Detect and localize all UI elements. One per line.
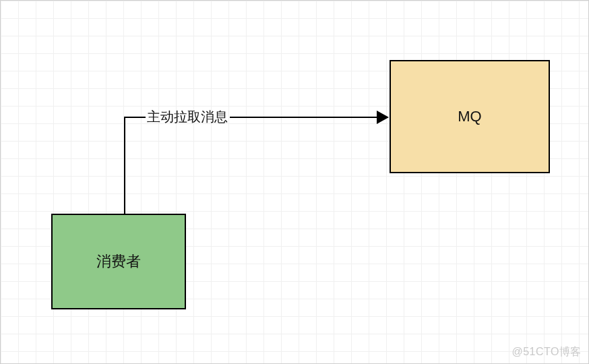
edge-label: 主动拉取消息 [146, 108, 229, 126]
diagram-canvas: 消费者 MQ 主动拉取消息 @51CTO博客 [0, 0, 589, 364]
edge-segment-horizontal-b [230, 117, 378, 118]
node-mq: MQ [390, 60, 550, 173]
edge-segment-vertical [124, 117, 125, 214]
edge-segment-horizontal-a [124, 117, 146, 118]
node-consumer-label: 消费者 [96, 251, 141, 272]
node-consumer: 消费者 [51, 214, 186, 309]
edge-arrowhead [377, 111, 389, 124]
watermark: @51CTO博客 [512, 345, 582, 359]
node-mq-label: MQ [458, 108, 481, 125]
